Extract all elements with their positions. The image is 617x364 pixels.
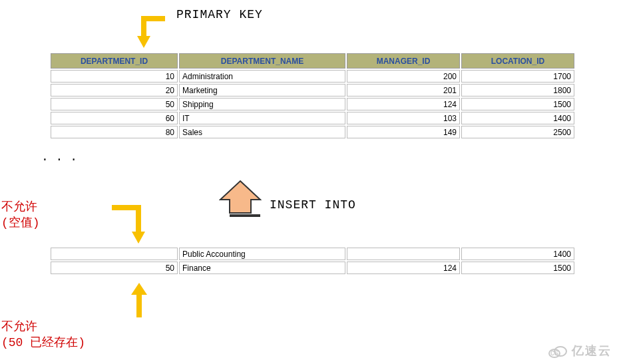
departments-table: DEPARTMENT_ID DEPARTMENT_NAME MANAGER_ID…: [49, 52, 576, 140]
svg-point-8: [554, 347, 566, 356]
arrow-pk-to-column-icon: [132, 12, 169, 51]
label-insert-into: INSERT INTO: [270, 198, 356, 212]
label-not-allowed-dup-1: 不允许: [1, 318, 37, 334]
table-row: 10Administration2001700: [51, 70, 574, 83]
table-row: 20Marketing2011800: [51, 84, 574, 96]
col-header-mgr-id: MANAGER_ID: [347, 53, 460, 69]
table-row: 80Sales1492500: [51, 126, 574, 138]
table-row: 50Finance1241500: [51, 262, 574, 274]
svg-marker-5: [131, 283, 147, 295]
watermark: 亿速云: [547, 343, 612, 359]
table-row: 50Shipping1241500: [51, 98, 574, 110]
col-header-dept-name: DEPARTMENT_NAME: [179, 53, 345, 69]
label-not-allowed-null-2: (空值): [1, 214, 40, 230]
insert-into-arrow-icon: [219, 180, 262, 222]
col-header-loc-id: LOCATION_ID: [461, 53, 574, 69]
insert-rows-table: Public Accounting1400 50Finance1241500: [49, 246, 576, 275]
label-not-allowed-dup-2: (50 已经存在): [1, 334, 85, 350]
cloud-icon: [547, 344, 567, 359]
table-insert: Public Accounting1400 50Finance1241500: [49, 246, 576, 275]
table-header-row: DEPARTMENT_ID DEPARTMENT_NAME MANAGER_ID…: [51, 53, 574, 69]
svg-marker-4: [132, 232, 145, 244]
arrow-null-to-cell-icon: [112, 201, 149, 247]
label-primary-key: PRIMARY KEY: [176, 8, 263, 21]
label-not-allowed-null-1: 不允许: [1, 198, 37, 214]
ellipsis-text: . . .: [41, 150, 77, 164]
svg-marker-0: [137, 36, 150, 48]
table-row: 60IT1031400: [51, 112, 574, 124]
svg-marker-1: [220, 181, 260, 213]
table-row: Public Accounting1400: [51, 248, 574, 260]
col-header-dept-id: DEPARTMENT_ID: [51, 53, 178, 69]
table-main: DEPARTMENT_ID DEPARTMENT_NAME MANAGER_ID…: [49, 52, 576, 140]
arrow-dup-to-cell-icon: [130, 283, 148, 319]
watermark-text: 亿速云: [572, 344, 612, 357]
diagram-page: { "label_primary_key": "PRIMARY KEY", "l…: [0, 0, 617, 364]
